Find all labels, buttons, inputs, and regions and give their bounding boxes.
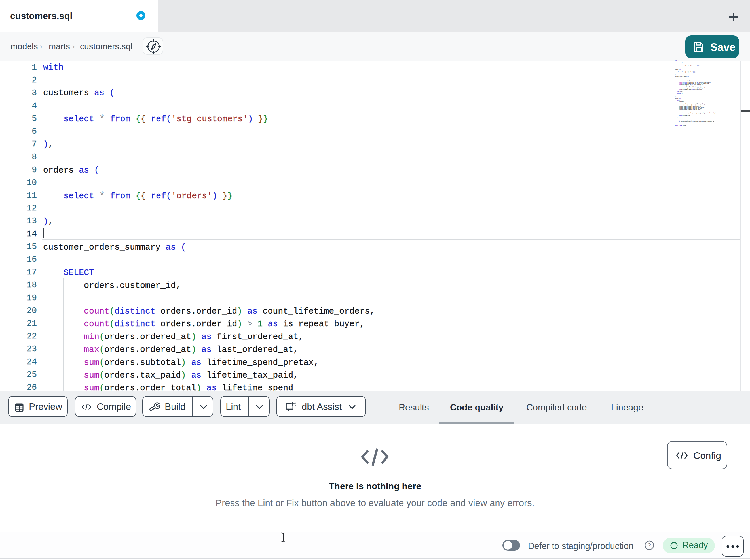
svg-text:?: ? bbox=[648, 542, 651, 548]
